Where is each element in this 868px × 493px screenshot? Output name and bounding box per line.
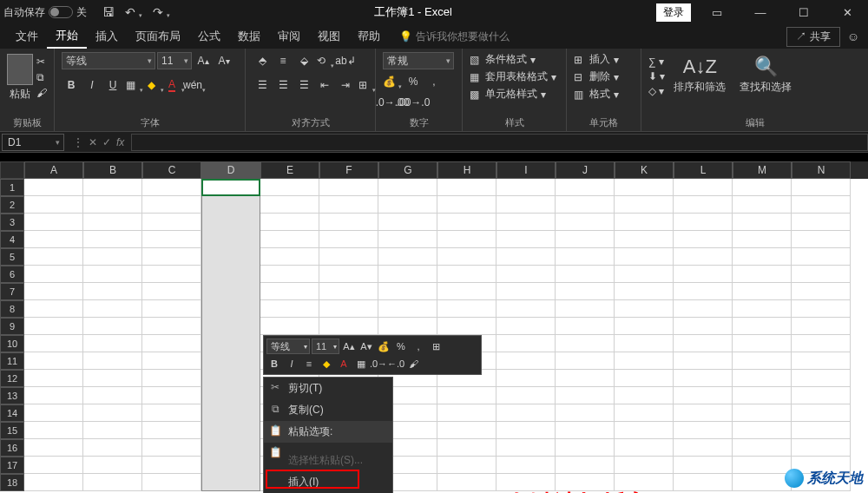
row-header-14[interactable]: 14 bbox=[0, 404, 24, 422]
cell[interactable] bbox=[142, 283, 201, 300]
login-button[interactable]: 登录 bbox=[656, 3, 691, 22]
cell[interactable] bbox=[792, 179, 851, 196]
mini-font-color-icon[interactable]: A bbox=[336, 356, 352, 371]
cell[interactable] bbox=[615, 283, 674, 300]
comma-icon[interactable]: , bbox=[424, 73, 444, 90]
mini-comma-icon[interactable]: , bbox=[411, 339, 426, 354]
row-header-3[interactable]: 3 bbox=[0, 214, 24, 231]
tab-home[interactable]: 开始 bbox=[47, 24, 87, 49]
cell[interactable] bbox=[733, 370, 792, 387]
cell[interactable] bbox=[496, 248, 556, 266]
cm-cut[interactable]: ✂剪切(T) bbox=[264, 378, 392, 399]
italic-icon[interactable]: I bbox=[82, 76, 102, 94]
row-header-18[interactable]: 18 bbox=[0, 474, 24, 491]
col-header-i[interactable]: I bbox=[496, 161, 556, 179]
align-left-icon[interactable]: ☰ bbox=[253, 76, 272, 94]
cell[interactable] bbox=[496, 300, 556, 318]
tab-view[interactable]: 视图 bbox=[309, 25, 349, 48]
cell[interactable] bbox=[615, 318, 674, 335]
cell[interactable] bbox=[674, 474, 733, 491]
tab-data[interactable]: 数据 bbox=[229, 25, 269, 48]
cell[interactable] bbox=[142, 387, 201, 404]
mini-inc-decimal-icon[interactable]: .0→ bbox=[371, 356, 386, 371]
cell[interactable] bbox=[496, 422, 556, 439]
increase-indent-icon[interactable]: ⇥ bbox=[336, 76, 355, 94]
cell[interactable] bbox=[24, 370, 83, 387]
cell[interactable] bbox=[24, 457, 83, 474]
cell[interactable] bbox=[437, 318, 496, 335]
cell[interactable] bbox=[319, 231, 378, 248]
cell[interactable] bbox=[674, 300, 733, 318]
format-as-table-button[interactable]: ▦套用表格格式 ▾ bbox=[470, 69, 556, 84]
cell[interactable] bbox=[24, 439, 83, 457]
cell[interactable] bbox=[24, 422, 83, 439]
cell[interactable] bbox=[496, 318, 556, 335]
cell-styles-button[interactable]: ▩单元格样式 ▾ bbox=[470, 87, 546, 102]
cell[interactable] bbox=[437, 179, 496, 196]
cell[interactable] bbox=[556, 422, 615, 439]
cell[interactable] bbox=[792, 300, 851, 318]
cell[interactable] bbox=[437, 248, 496, 266]
cell[interactable] bbox=[556, 266, 615, 283]
cell[interactable] bbox=[378, 266, 437, 283]
cell[interactable] bbox=[260, 283, 319, 300]
cell[interactable] bbox=[142, 266, 201, 283]
cells-insert-button[interactable]: ⊞插入 ▾ bbox=[574, 52, 619, 67]
row-header-2[interactable]: 2 bbox=[0, 196, 24, 214]
cell[interactable] bbox=[260, 214, 319, 231]
cell[interactable] bbox=[496, 404, 556, 422]
col-header-j[interactable]: J bbox=[556, 161, 615, 179]
name-box[interactable]: D1 bbox=[2, 134, 64, 151]
cell[interactable] bbox=[615, 352, 674, 370]
row-header-12[interactable]: 12 bbox=[0, 370, 24, 387]
cell[interactable] bbox=[733, 422, 792, 439]
row-header-15[interactable]: 15 bbox=[0, 422, 24, 439]
cell[interactable] bbox=[792, 404, 851, 422]
cell[interactable] bbox=[437, 457, 496, 474]
cell[interactable] bbox=[319, 196, 378, 214]
tab-file[interactable]: 文件 bbox=[7, 25, 47, 48]
fx-icon[interactable]: fx bbox=[116, 136, 124, 148]
cell[interactable] bbox=[496, 439, 556, 457]
cell[interactable] bbox=[142, 248, 201, 266]
cell[interactable] bbox=[319, 214, 378, 231]
cell[interactable] bbox=[83, 248, 142, 266]
cell[interactable] bbox=[83, 439, 142, 457]
smiley-icon[interactable]: ☺ bbox=[847, 30, 859, 43]
cell[interactable] bbox=[792, 283, 851, 300]
cell[interactable] bbox=[378, 179, 437, 196]
minimize-icon[interactable]: — bbox=[743, 6, 778, 19]
cell[interactable] bbox=[83, 474, 142, 491]
cell[interactable] bbox=[792, 231, 851, 248]
number-format-selector[interactable]: 常规 bbox=[383, 52, 454, 69]
toggle-off-icon[interactable] bbox=[49, 6, 73, 18]
cell[interactable] bbox=[496, 179, 556, 196]
col-header-k[interactable]: K bbox=[615, 161, 674, 179]
cell[interactable] bbox=[733, 352, 792, 370]
cell[interactable] bbox=[142, 370, 201, 387]
cell[interactable] bbox=[792, 387, 851, 404]
cell[interactable] bbox=[733, 387, 792, 404]
cell[interactable] bbox=[733, 179, 792, 196]
cell[interactable] bbox=[319, 283, 378, 300]
cells-delete-button[interactable]: ⊟删除 ▾ bbox=[574, 69, 619, 84]
cell[interactable] bbox=[733, 474, 792, 491]
align-bottom-icon[interactable]: ⬙ bbox=[294, 52, 313, 69]
cell[interactable] bbox=[24, 283, 83, 300]
cell[interactable] bbox=[83, 318, 142, 335]
cell[interactable] bbox=[83, 214, 142, 231]
tab-review[interactable]: 审阅 bbox=[269, 25, 309, 48]
cell[interactable] bbox=[733, 335, 792, 352]
find-select-button[interactable]: 🔍 查找和选择 bbox=[734, 52, 797, 95]
cell[interactable] bbox=[674, 318, 733, 335]
cell[interactable] bbox=[792, 352, 851, 370]
mini-align-icon[interactable]: ≡ bbox=[301, 356, 317, 371]
tab-help[interactable]: 帮助 bbox=[349, 25, 389, 48]
cell[interactable] bbox=[437, 474, 496, 491]
align-middle-icon[interactable]: ≡ bbox=[273, 52, 293, 69]
cell[interactable] bbox=[674, 248, 733, 266]
cell[interactable] bbox=[24, 231, 83, 248]
cell[interactable] bbox=[319, 266, 378, 283]
mini-increase-font-icon[interactable]: A▴ bbox=[341, 339, 357, 354]
cell[interactable] bbox=[615, 439, 674, 457]
